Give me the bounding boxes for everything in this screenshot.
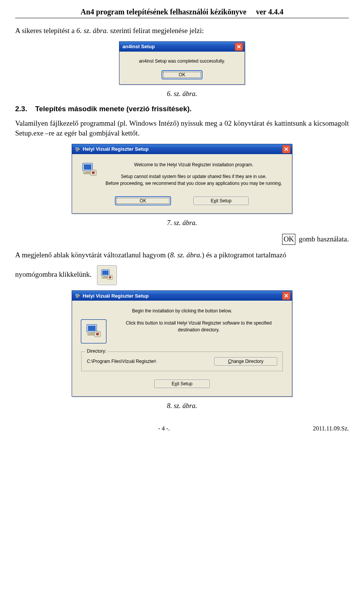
svg-rect-13: [104, 276, 107, 277]
svg-rect-28: [96, 333, 99, 333]
section-number: 2.3.: [15, 105, 27, 113]
para3-suffix: ) és a piktogramot tartalmazó: [202, 251, 286, 259]
install-desc: Click this button to install Helyi Vizuá…: [115, 320, 283, 333]
setup-dialog-title: Helyi Vizuál Regiszter Setup: [83, 146, 149, 152]
exit-setup-button[interactable]: Exit Setup: [193, 197, 249, 205]
header-title-left: An4 program telepítésének felhasználói k…: [81, 8, 246, 16]
figure-7-caption: 7. sz. ábra.: [15, 219, 349, 227]
svg-rect-19: [76, 295, 78, 296]
page-footer: - 4 -. 2011.11.09.Sz.: [15, 425, 349, 432]
svg-rect-5: [84, 164, 91, 170]
page-number: - 4 -.: [158, 425, 170, 432]
msgbox-titlebar: an4inst Setup: [119, 42, 245, 52]
setup-dialog-welcome: Helyi Vizuál Regiszter Setup: [72, 144, 292, 214]
svg-rect-2: [77, 150, 78, 151]
svg-rect-20: [77, 296, 78, 297]
svg-rect-3: [76, 151, 78, 151]
directory-legend: Directory:: [85, 348, 108, 354]
warn-line-1: Setup cannot install system files or upd…: [105, 173, 283, 180]
msgbox-title: an4inst Setup: [122, 44, 155, 49]
intro-ref-italic: 6. sz. ábra.: [76, 27, 108, 35]
ok-boxed-label: OK: [282, 234, 295, 245]
close-icon[interactable]: [282, 145, 290, 153]
svg-rect-1: [76, 148, 78, 149]
footer-date: 2011.11.09.Sz.: [313, 425, 349, 432]
ok-usage-line: OK gomb használata.: [15, 234, 349, 245]
setup-dialog-titlebar: Helyi Vizuál Regiszter Setup: [72, 291, 292, 301]
directory-path: C:\Program Files\Vizuál Regiszter\: [87, 359, 156, 364]
change-directory-button[interactable]: Change Directory: [214, 357, 277, 366]
header-divider: [15, 18, 349, 18]
close-icon[interactable]: [282, 292, 290, 300]
intro-prefix: A sikeres telepítést a: [15, 27, 76, 35]
success-msgbox: an4inst Setup an4inst Setup was complete…: [119, 41, 245, 85]
setup-title-icon: [75, 293, 80, 298]
install-icon-inline: [97, 265, 117, 285]
svg-rect-6: [86, 171, 89, 172]
svg-rect-17: [108, 276, 111, 277]
exit-setup-button[interactable]: Exit Setup: [154, 380, 210, 388]
figure-8-caption: 8. sz. ábra.: [15, 402, 349, 410]
figure-6-caption: 6. sz. ábra.: [15, 90, 349, 98]
para4-text: nyomógombra klikkelünk.: [15, 271, 92, 279]
setup-title-icon: [75, 147, 80, 152]
svg-rect-10: [91, 171, 95, 172]
welcome-line: Welcome to the Helyi Vizuál Regiszter in…: [105, 162, 283, 168]
msgbox-body: an4inst Setup was completed successfully…: [119, 52, 245, 68]
svg-rect-23: [88, 326, 96, 331]
setup-dialog-title: Helyi Vizuál Regiszter Setup: [83, 293, 149, 299]
directory-groupbox: Directory: C:\Program Files\Vizuál Regis…: [81, 351, 283, 371]
paragraph-3: A megjelenő ablak könyvtárát változatlan…: [15, 250, 349, 260]
begin-install-text: Begin the installation by clicking the b…: [81, 308, 283, 314]
computer-setup-icon: [81, 162, 98, 178]
svg-rect-21: [76, 297, 78, 298]
svg-rect-24: [90, 332, 94, 334]
page: An4 program telepítésének felhasználói k…: [0, 0, 364, 610]
warn-line-2: Before proceeding, we recommend that you…: [105, 180, 283, 187]
para3-ref-italic: 8. sz. ábra.: [170, 251, 202, 259]
intro-paragraph: A sikeres telepítést a 6. sz. ábra. szer…: [15, 26, 349, 36]
setup-dialog-titlebar: Helyi Vizuál Regiszter Setup: [72, 144, 292, 154]
section-title: Telepítés második menete (verzió frissít…: [35, 105, 192, 113]
intro-suffix: szerinti felirat megjelenése jelzi:: [108, 27, 204, 35]
paragraph-4: nyomógombra klikkelünk.: [15, 265, 349, 285]
svg-rect-12: [102, 271, 108, 275]
ok-usage-text: gomb használata.: [297, 235, 349, 243]
ok-button[interactable]: OK: [115, 197, 171, 205]
section-2-3-heading: 2.3. Telepítés második menete (verzió fr…: [15, 105, 349, 113]
install-button[interactable]: [81, 320, 106, 343]
paragraph-2: Valamilyen fájlkezelő programmal (pl. Wi…: [15, 118, 349, 139]
para3-prefix: A megjelenő ablak könyvtárát változatlan…: [15, 251, 170, 259]
page-header: An4 program telepítésének felhasználói k…: [15, 8, 349, 16]
header-title-right: ver 4.4.4: [256, 8, 283, 16]
ok-button[interactable]: OK: [162, 71, 202, 79]
setup-dialog-install: Helyi Vizuál Regiszter Setup Begin the i…: [72, 290, 292, 397]
close-icon[interactable]: [235, 43, 243, 51]
